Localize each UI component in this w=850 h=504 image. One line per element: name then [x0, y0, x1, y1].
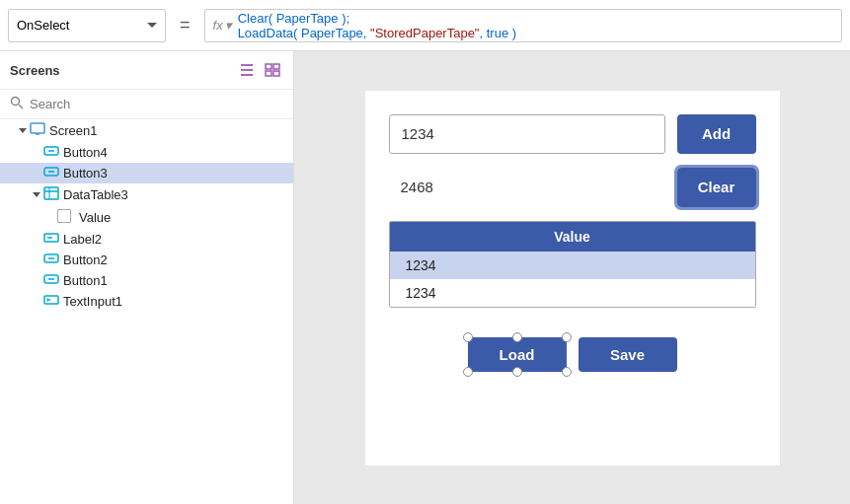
tree-label-button1: Button1	[63, 273, 108, 288]
tree-item-button4[interactable]: Button4	[0, 142, 293, 163]
search-input[interactable]	[30, 97, 283, 111]
button1-icon	[43, 273, 59, 288]
tree-item-button2[interactable]: Button2	[0, 250, 293, 270]
handle-tm	[512, 332, 522, 342]
handle-bm	[512, 367, 522, 377]
svg-rect-5	[266, 71, 271, 76]
textinput1-icon	[43, 294, 59, 309]
datatable3-icon	[43, 186, 59, 203]
tree-label-screen1: Screen1	[49, 123, 97, 138]
tree-label-datatable3: DataTable3	[63, 187, 128, 202]
label-clear-row: 2468 Clear	[389, 168, 756, 207]
handle-tr	[562, 332, 572, 342]
search-icon	[10, 96, 24, 112]
table-row[interactable]: 1234	[390, 252, 755, 279]
tree-item-datatable3[interactable]: DataTable3	[0, 183, 293, 206]
tree-item-value[interactable]: Value	[0, 206, 293, 229]
sidebar-header: Screens	[0, 51, 293, 90]
event-dropdown[interactable]: OnSelect	[8, 9, 166, 42]
event-dropdown-value: OnSelect	[17, 18, 69, 33]
canvas-area: Add 2468 Clear Value 1234 1234	[294, 51, 850, 504]
svg-rect-3	[266, 64, 271, 69]
load-button-wrapper: Load	[468, 337, 567, 372]
sidebar-title: Screens	[10, 63, 60, 78]
formula-string: "StoredPaperTape"	[370, 26, 479, 40]
tree-item-screen1[interactable]: Screen1	[0, 119, 293, 142]
tree-label-label2: Label2	[63, 232, 102, 247]
save-button[interactable]: Save	[579, 337, 677, 372]
button4-icon	[43, 145, 59, 160]
svg-line-8	[19, 105, 23, 108]
add-button[interactable]: Add	[677, 114, 756, 154]
app-preview: Add 2468 Clear Value 1234 1234	[365, 91, 780, 466]
table-row[interactable]: 1234	[390, 279, 755, 307]
tree-item-textinput1[interactable]: TextInput1	[0, 291, 293, 312]
label2-icon	[43, 232, 59, 247]
button3-icon	[43, 166, 59, 180]
fx-label: fx ▾	[213, 18, 232, 33]
tree: Screen1 Button4 Button3	[0, 119, 293, 504]
tree-label-button4: Button4	[63, 145, 108, 160]
input-add-row: Add	[389, 114, 756, 154]
tree-label-value: Value	[79, 210, 111, 225]
svg-rect-24	[44, 296, 58, 304]
svg-rect-9	[31, 123, 44, 133]
topbar: OnSelect = fx ▾ Clear( PaperTape ); Load…	[0, 0, 850, 51]
label-display: 2468	[389, 171, 665, 203]
button2-icon	[43, 252, 59, 267]
handle-br	[562, 367, 572, 377]
tree-item-button1[interactable]: Button1	[0, 270, 293, 291]
tree-label-button2: Button2	[63, 252, 108, 267]
list-view-icon[interactable]	[236, 59, 258, 81]
text-input[interactable]	[389, 114, 665, 154]
tree-item-label2[interactable]: Label2	[0, 229, 293, 250]
handle-bl	[463, 367, 473, 377]
table-header: Value	[390, 222, 755, 252]
clear-button[interactable]: Clear	[677, 168, 756, 207]
formula-rest: , true )	[480, 26, 517, 40]
screen-icon	[30, 122, 45, 139]
svg-point-7	[12, 98, 20, 106]
grid-view-icon[interactable]	[262, 59, 283, 81]
fx-chevron-icon[interactable]: ▾	[225, 18, 232, 33]
formula-line1: Clear( PaperTape );	[238, 11, 349, 26]
formula-content: Clear( PaperTape ); LoadData( PaperTape,…	[238, 11, 516, 40]
chevron-down-icon	[147, 23, 157, 28]
equals-sign: =	[174, 15, 196, 36]
handle-tl	[463, 332, 473, 342]
main-content: Screens	[0, 51, 850, 504]
svg-rect-6	[273, 71, 279, 76]
formula-bar[interactable]: fx ▾ Clear( PaperTape ); LoadData( Paper…	[204, 9, 842, 42]
formula-line2: LoadData( PaperTape,	[238, 26, 370, 40]
svg-rect-15	[44, 187, 58, 199]
sidebar-icons	[236, 59, 283, 81]
search-box	[0, 90, 293, 119]
tree-item-button3[interactable]: Button3	[0, 163, 293, 183]
value-checkbox-icon	[57, 209, 75, 226]
load-save-row: Load Save	[389, 337, 756, 372]
toggle-screen1[interactable]	[16, 128, 30, 133]
sidebar: Screens	[0, 51, 294, 504]
tree-label-button3: Button3	[63, 166, 108, 180]
tree-label-textinput1: TextInput1	[63, 294, 122, 309]
svg-rect-4	[273, 64, 279, 69]
toggle-datatable3[interactable]	[30, 192, 43, 197]
fx-text: fx	[213, 18, 223, 33]
data-table: Value 1234 1234	[389, 221, 756, 308]
